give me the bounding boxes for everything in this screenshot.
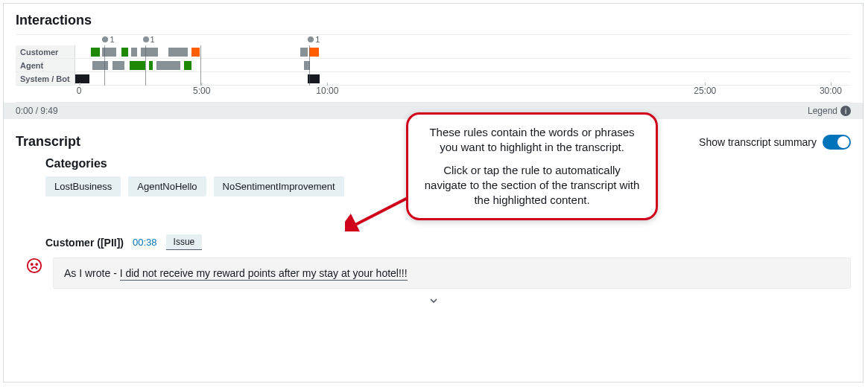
category-chip[interactable]: NoSentimentImprovement [214, 176, 344, 196]
timeline-segment[interactable] [75, 74, 89, 83]
annotation-arrow-icon [345, 194, 412, 231]
entry-timestamp[interactable]: 00:38 [133, 237, 157, 248]
timeline-segment[interactable] [168, 48, 188, 57]
row-label-system: System / Bot [16, 72, 75, 85]
row-label-agent: Agent [16, 59, 75, 71]
playback-time: 0:00 / 9:49 [16, 106, 58, 116]
interactions-timeline[interactable]: 111 Customer Agent System / Bot 05:0010:… [16, 34, 851, 103]
timeline-segment[interactable] [113, 61, 124, 70]
axis-tick: 0 [77, 86, 82, 96]
frown-icon [26, 258, 42, 274]
timeline-segment[interactable] [131, 48, 137, 57]
timeline-segment[interactable] [300, 48, 308, 57]
timeline-segment[interactable] [121, 48, 127, 57]
info-icon[interactable]: i [840, 106, 851, 116]
axis-tick: 10:00 [316, 86, 338, 96]
svg-line-3 [351, 197, 409, 227]
timeline-segment[interactable] [92, 61, 108, 70]
category-chip[interactable]: AgentNoHello [128, 176, 206, 196]
summary-toggle-label: Show transcript summary [699, 136, 817, 148]
category-chip[interactable]: LostBusiness [45, 176, 121, 196]
timeline-segment[interactable] [91, 48, 100, 57]
timeline-marker[interactable]: 1 [308, 35, 320, 44]
timeline-segment[interactable] [191, 48, 199, 57]
axis-tick: 25:00 [694, 86, 716, 96]
timeline-marker[interactable]: 1 [143, 35, 155, 44]
summary-toggle[interactable] [823, 135, 851, 150]
legend-label[interactable]: Legend [808, 106, 837, 116]
timeline-segment[interactable] [149, 61, 153, 70]
entry-issue-tag[interactable]: Issue [166, 234, 203, 250]
axis-tick: 5:00 [193, 86, 210, 96]
timeline-segment[interactable] [309, 48, 318, 57]
timeline-segment[interactable] [304, 61, 310, 70]
transcript-entry-text: As I wrote - I did not receive my reward… [53, 258, 851, 289]
timeline-marker[interactable]: 1 [102, 35, 114, 44]
svg-point-1 [31, 263, 33, 265]
entry-speaker: Customer ([PII]) [45, 237, 124, 249]
timeline-segment[interactable] [156, 61, 180, 70]
timeline-segment[interactable] [141, 48, 158, 57]
svg-point-0 [28, 259, 41, 272]
axis-tick: 30:00 [820, 86, 842, 96]
row-label-customer: Customer [16, 45, 75, 58]
timeline-segment[interactable] [308, 74, 320, 83]
svg-point-2 [36, 263, 37, 265]
annotation-callout: These rules contain the words or phrases… [406, 112, 658, 220]
timeline-segment[interactable] [130, 61, 145, 70]
expand-down-chevron-icon[interactable] [16, 295, 851, 309]
interactions-title: Interactions [16, 13, 851, 28]
timeline-segment[interactable] [184, 61, 191, 70]
transcript-title: Transcript [16, 134, 80, 150]
timeline-segment[interactable] [102, 48, 116, 57]
